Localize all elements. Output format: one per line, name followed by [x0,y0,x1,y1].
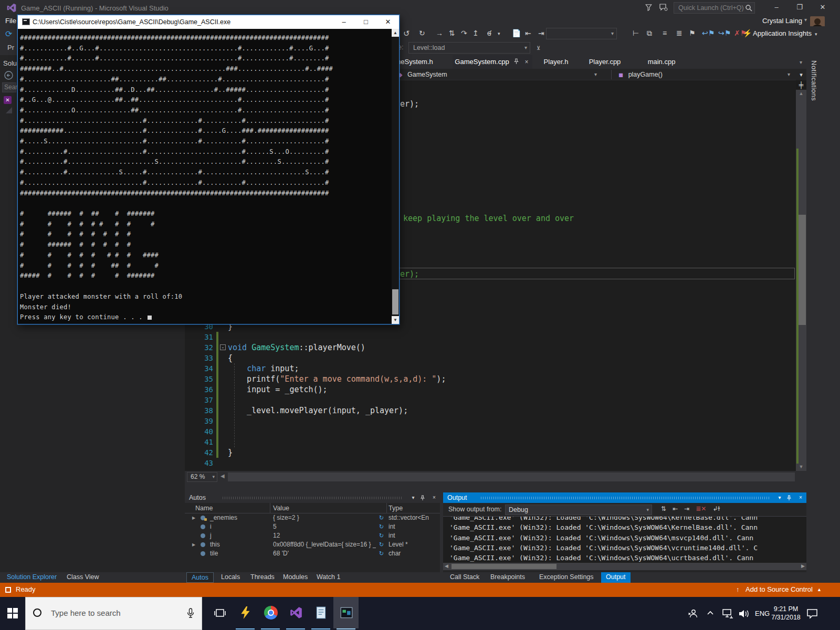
feedback-icon[interactable] [659,4,668,11]
step-into-icon[interactable]: ↷ [461,29,467,37]
tool-tab-autos[interactable]: Autos [186,572,214,583]
find-message-icon[interactable]: ⇅ [661,505,666,512]
start-button[interactable] [0,597,25,630]
taskbar-app-visual-studio[interactable] [283,597,308,628]
output-source-dropdown[interactable]: Debug ▾ [505,505,652,515]
scroll-right-icon[interactable]: ▶ [801,563,805,569]
code-line[interactable]: 33{ [185,353,796,363]
member-dropdown[interactable]: ◼ playGame() [618,69,663,80]
refresh-icon[interactable]: ↻ [379,549,384,558]
tool-tab-modules[interactable]: Modules [278,572,312,583]
scrollbar-thumb[interactable] [799,215,806,325]
console-minimize-button[interactable]: – [333,15,355,29]
indent-increase-icon[interactable]: ⇥ [538,29,544,37]
menu-file[interactable]: File [5,17,16,25]
solution-search-input[interactable]: Sear [2,82,16,92]
tool-tab-watch-1[interactable]: Watch 1 [312,572,345,583]
refresh-icon[interactable]: ↻ [379,522,384,531]
clock[interactable]: 9:21 PM 7/31/2018 [770,597,802,630]
window-position-icon[interactable]: ▾ [410,492,417,503]
volume-icon[interactable] [738,608,750,630]
window-position-icon[interactable]: ▾ [776,492,783,503]
next-message-icon[interactable]: ⇥ [684,505,689,512]
tab-class-view[interactable]: Class View [62,572,104,583]
code-line[interactable]: 42} [185,447,796,458]
tab-main-cpp[interactable]: main.cpp [636,55,687,69]
taskbar-search[interactable]: Type here to search [25,597,202,630]
close-tab-icon[interactable]: × [523,58,530,66]
navigate-forward-icon[interactable]: → [436,29,443,37]
people-icon[interactable] [687,608,698,630]
refresh-icon[interactable]: ↻ [379,531,384,540]
step-over-icon[interactable]: ⇅ [449,29,455,37]
tab-player-h[interactable]: Player.h [532,55,580,69]
taskbar-app-notepad[interactable] [308,597,333,628]
application-insights-label[interactable]: Application Insights [753,29,812,37]
code-line[interactable]: 34 char input; [185,363,796,374]
indent-decrease-icon[interactable]: ⇤ [525,29,531,37]
scrollbar-thumb[interactable] [452,564,556,569]
output-source-arrow-icon[interactable]: ▾ [646,505,649,514]
stack-frame-combo[interactable]: Level::load ▾ [408,42,530,54]
sync-icon[interactable]: ⟳ [5,29,12,39]
word-wrap-icon[interactable]: ↲ɫ [712,505,720,512]
minimize-button[interactable]: – [768,0,785,15]
tab-player-cpp[interactable]: Player.cpp [580,55,630,69]
close-icon[interactable]: × [430,492,438,503]
signed-in-user[interactable]: Crystal Laing [762,17,802,25]
tool-tab-locals[interactable]: Locals [216,572,245,583]
code-line[interactable]: 39 [185,416,796,426]
source-control-menu-icon[interactable]: ▲ [817,587,822,592]
close-button[interactable]: ✕ [814,0,832,15]
quick-launch-input[interactable]: Quick Launch (Ctrl+Q) [674,2,755,14]
tool-tab-exception-settings[interactable]: Exception Settings [534,572,598,583]
scroll-up-icon[interactable]: ▲ [392,29,399,37]
taskbar-app-chrome[interactable] [258,597,283,628]
scrollbar-thumb[interactable] [392,289,398,314]
find-combo[interactable]: ▾ [546,28,617,39]
previous-bookmark-icon[interactable]: ↩⚑ [702,29,715,37]
tool-tab-output[interactable]: Output [601,572,631,583]
language-indicator[interactable]: ENG [755,597,770,630]
zoom-level-dropdown[interactable]: 62 % ▾ [187,472,217,482]
autos-title-bar[interactable]: Autos ▾ × [185,492,440,503]
search-icon[interactable] [745,4,752,12]
tool-tab-threads[interactable]: Threads [246,572,279,583]
solution-item-icon[interactable]: ✕ [4,96,12,104]
tool-tab-breakpoints[interactable]: Breakpoints [486,572,530,583]
taskbar-app-lightning[interactable] [233,597,258,628]
autos-row[interactable]: i5↻int [185,522,440,531]
output-title-bar[interactable]: Output ▾ × [443,492,806,503]
refresh-icon[interactable]: ↻ [379,540,384,549]
uncomment-icon[interactable]: ≣ [676,29,682,37]
home-icon[interactable] [4,71,13,80]
scroll-left-icon[interactable]: ◀ [445,563,448,569]
bookmark-icon[interactable]: ⚑ [689,29,696,37]
refresh-icon[interactable]: ↻ [379,513,384,522]
type-dropdown[interactable]: ◆ GameSystem [398,69,447,80]
next-bookmark-icon[interactable]: ↪⚑ [718,29,731,37]
collapse-region-icon[interactable]: - [220,344,226,350]
drag-grip[interactable] [223,497,403,499]
console-scrollbar[interactable]: ▲ ▼ [392,29,399,324]
notifications-tab[interactable]: Notifications [810,60,818,101]
previous-message-icon[interactable]: ⇤ [673,505,678,512]
microphone-icon[interactable] [187,608,194,618]
taskbar-app-console-game[interactable] [333,597,359,628]
restore-button[interactable]: ❐ [791,0,808,15]
action-center-icon[interactable] [806,608,818,630]
splitter-handle-icon[interactable]: ╪ [796,80,806,90]
expand-icon[interactable]: ▶ [192,513,195,522]
new-folder-icon[interactable]: ⊢ [633,29,639,37]
stack-frame-combo-arrow-icon[interactable]: ▾ [524,43,527,53]
console-titlebar[interactable]: C:\Users\Cistle\source\repos\Game_ASCII\… [18,15,399,29]
tab-gamesystem-cpp[interactable]: GameSystem.cpp × [453,55,532,69]
scroll-up-icon[interactable]: ▲ [796,90,806,98]
autos-row[interactable]: ▶this0x008ff8d0 {_levelData={ size=16 } … [185,540,440,549]
output-log[interactable]: 'Game_ASCII.exe' (Win32): Loaded 'C:\Win… [443,517,806,563]
clear-all-icon[interactable]: ≣✕ [696,505,706,512]
step-out-icon[interactable]: ↥ [472,29,479,37]
comment-icon[interactable]: ≡ [663,29,667,37]
output-horizontal-scrollbar[interactable]: ◀ ▶ [443,563,806,570]
horizontal-scroll-track[interactable] [228,472,795,481]
